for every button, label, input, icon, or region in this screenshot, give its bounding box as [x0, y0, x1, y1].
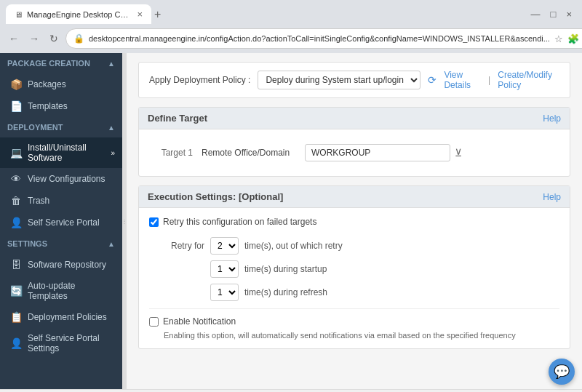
notif-checkbox-row: Enable Notification — [149, 316, 559, 327]
settings-section-header[interactable]: Settings ▲ — [0, 233, 122, 254]
retry-for-suffix: time(s), out of which retry — [244, 241, 343, 251]
pkg-chevron: ▲ — [108, 60, 115, 68]
auto-update-icon: 🔄 — [10, 285, 22, 297]
create-modify-link[interactable]: Create/Modify Policy — [498, 70, 559, 90]
sidebar-item-trash[interactable]: 🗑 Trash — [0, 190, 122, 212]
self-service-icon: 👤 — [10, 217, 22, 228]
lock-icon: 🔒 — [73, 33, 84, 44]
extension-icon[interactable]: 🧩 — [567, 33, 579, 44]
expand-icon: » — [111, 149, 115, 157]
execution-settings-body: Retry this configuration on failed targe… — [139, 208, 570, 348]
tab-title: ManageEngine Desktop Central — [27, 10, 132, 19]
execution-settings-title: Execution Settings: [Optional] — [148, 191, 283, 202]
templates-label: Templates — [28, 101, 68, 111]
deploy-section-header[interactable]: Deployment ▲ — [0, 117, 122, 137]
notif-label: Enable Notification — [163, 316, 236, 327]
view-config-label: View Configurations — [28, 174, 105, 184]
self-service-settings-label: Self Service Portal Settings — [28, 333, 115, 353]
minimize-button[interactable]: — — [527, 7, 545, 21]
install-label: Install/Uninstall Software — [28, 143, 105, 163]
tab-close-btn[interactable]: × — [137, 9, 143, 20]
app-layout: Package creation ▲ 📦 Packages 📄 Template… — [0, 53, 582, 389]
address-text: desktopcentral.manageengine.in/configAct… — [89, 34, 550, 43]
footer: Deploy Deploy Immediately Save As ▼ Canc… — [0, 389, 582, 392]
retry-for-select[interactable]: 2 — [210, 237, 239, 255]
retry-for-label: Retry for — [161, 241, 204, 251]
define-target-header: Define Target Help — [139, 108, 570, 129]
chat-bubble[interactable]: 💬 — [549, 359, 575, 385]
target-input-wrap: ⊻ — [305, 144, 462, 161]
templates-icon: 📄 — [10, 100, 22, 112]
notif-desc: Enabling this option, will automatically… — [164, 331, 559, 340]
retry-checkbox-row: Retry this configuration on failed targe… — [149, 217, 559, 227]
execution-settings-header: Execution Settings: [Optional] Help — [139, 186, 570, 208]
execution-settings-help[interactable]: Help — [543, 192, 561, 202]
main-content: Apply Deployment Policy : Deploy during … — [127, 53, 582, 389]
sidebar-item-self-service-settings[interactable]: 👤 Self Service Portal Settings — [0, 328, 122, 359]
workgroup-input[interactable] — [305, 144, 450, 161]
sidebar-item-view-config[interactable]: 👁 View Configurations — [0, 168, 122, 190]
sidebar: Package creation ▲ 📦 Packages 📄 Template… — [0, 53, 122, 389]
pkg-section-header[interactable]: Package creation ▲ — [0, 53, 122, 73]
trash-label: Trash — [28, 196, 49, 206]
retry-label: Retry this configuration on failed targe… — [163, 217, 316, 227]
sidebar-item-software-repo[interactable]: 🗄 Software Repository — [0, 254, 122, 276]
view-config-icon: 👁 — [10, 173, 22, 185]
policy-refresh-icon[interactable]: ⟳ — [428, 74, 436, 86]
sidebar-item-packages[interactable]: 📦 Packages — [0, 73, 122, 95]
back-button[interactable]: ← — [6, 31, 22, 46]
packages-icon: 📦 — [10, 79, 22, 90]
reload-button[interactable]: ↻ — [47, 31, 61, 46]
settings-chevron: ▲ — [108, 240, 115, 248]
notif-checkbox[interactable] — [149, 317, 159, 327]
policy-bar: Apply Deployment Policy : Deploy during … — [138, 62, 570, 98]
window-controls: — □ × — [527, 7, 576, 21]
sidebar-item-deploy-policies[interactable]: 📋 Deployment Policies — [0, 306, 122, 328]
auto-update-label: Auto-update Templates — [28, 281, 115, 301]
sidebar-item-install[interactable]: 💻 Install/Uninstall Software » — [0, 137, 122, 168]
software-repo-label: Software Repository — [28, 260, 106, 270]
star-icon[interactable]: ☆ — [554, 33, 563, 44]
sidebar-item-templates[interactable]: 📄 Templates — [0, 95, 122, 117]
deploy-policies-label: Deployment Policies — [28, 312, 107, 322]
trash-icon: 🗑 — [10, 195, 22, 207]
refresh-suffix: time(s) during refresh — [244, 287, 327, 297]
active-tab[interactable]: 🖥 ManageEngine Desktop Central × — [6, 4, 151, 24]
sidebar-item-auto-update[interactable]: 🔄 Auto-update Templates — [0, 276, 122, 306]
policy-label: Apply Deployment Policy : — [149, 75, 250, 85]
address-bar[interactable]: 🔒 desktopcentral.manageengine.in/configA… — [65, 28, 582, 49]
policy-select[interactable]: Deploy during System start up/login — [258, 71, 420, 89]
retry-grid: Retry for 2 time(s), out of which retry … — [161, 237, 559, 301]
define-target-body: Target 1 Remote Office/Domain ⊻ — [139, 129, 570, 176]
define-target-help[interactable]: Help — [543, 113, 561, 124]
filter-icon[interactable]: ⊻ — [455, 147, 462, 159]
retry-for-row: Retry for 2 time(s), out of which retry — [161, 237, 559, 255]
startup-retry-row: 1 time(s) during startup — [161, 260, 559, 278]
self-service-label: Self Service Portal — [28, 217, 100, 228]
maximize-button[interactable]: □ — [546, 7, 561, 21]
deploy-chevron: ▲ — [108, 124, 115, 132]
tab-bar: 🖥 ManageEngine Desktop Central × + — □ × — [0, 0, 582, 24]
target-label: Target 1 — [149, 148, 193, 158]
deploy-policies-icon: 📋 — [10, 311, 22, 323]
define-target-title: Define Target — [148, 113, 207, 124]
self-service-settings-icon: 👤 — [10, 337, 22, 349]
startup-retry-select[interactable]: 1 — [210, 260, 239, 278]
software-repo-icon: 🗄 — [10, 259, 22, 271]
refresh-retry-select[interactable]: 1 — [210, 284, 239, 301]
new-tab-button[interactable]: + — [154, 8, 161, 21]
sidebar-item-self-service[interactable]: 👤 Self Service Portal — [0, 212, 122, 233]
browser-chrome: 🖥 ManageEngine Desktop Central × + — □ ×… — [0, 0, 582, 53]
packages-label: Packages — [28, 79, 66, 89]
define-target-panel: Define Target Help Target 1 Remote Offic… — [138, 107, 570, 177]
close-button[interactable]: × — [562, 7, 576, 21]
notification-section: Enable Notification Enabling this option… — [149, 308, 559, 340]
forward-button[interactable]: → — [26, 31, 42, 46]
remote-office-label: Remote Office/Domain — [202, 148, 296, 158]
policy-separator: | — [488, 75, 490, 85]
execution-settings-panel: Execution Settings: [Optional] Help Retr… — [138, 185, 570, 349]
view-details-link[interactable]: View Details — [444, 70, 481, 90]
nav-bar: ← → ↻ 🔒 desktopcentral.manageengine.in/c… — [0, 24, 582, 53]
retry-checkbox[interactable] — [149, 217, 159, 227]
refresh-retry-row: 1 time(s) during refresh — [161, 284, 559, 301]
